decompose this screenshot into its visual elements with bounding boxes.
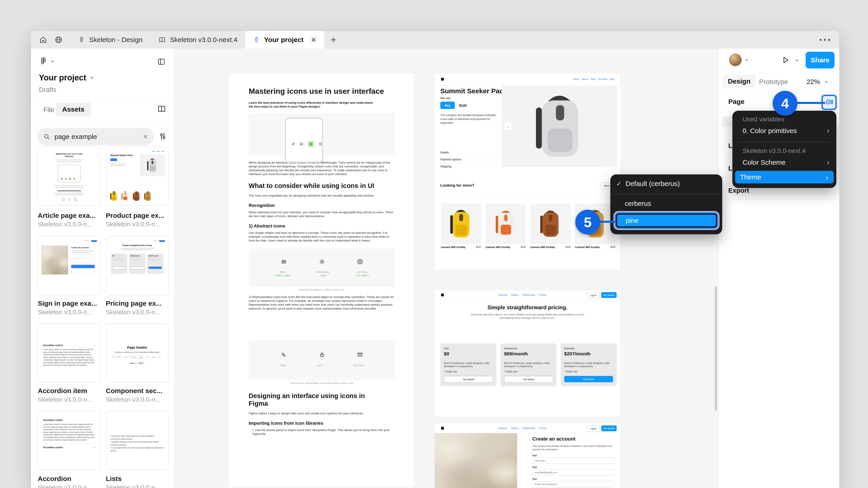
- community-globe-button[interactable]: [55, 36, 63, 44]
- nav-link[interactable]: Testimonials: [522, 427, 535, 429]
- frame-article-page[interactable]: Mastering icons use in user interface Le…: [229, 73, 414, 487]
- login-button[interactable]: Log in: [587, 425, 599, 432]
- asset-library: Skeleton v3.0.0-n...: [106, 221, 168, 228]
- plan-cta-button[interactable]: Get started: [564, 376, 613, 382]
- pricing-title: Simple straightforward pricing.: [435, 304, 620, 311]
- library-book-icon[interactable]: [157, 104, 166, 113]
- nav-link[interactable]: Account: [598, 78, 607, 80]
- tab-prototype[interactable]: Prototype: [759, 78, 788, 86]
- asset-thumbnail-accordion-item[interactable]: Accordion control – Lorem ipsum dolor, s…: [38, 323, 101, 383]
- get-started-button[interactable]: Get started: [601, 292, 617, 298]
- divider: [31, 124, 174, 124]
- tab-assets[interactable]: Assets: [55, 102, 91, 116]
- nav-link[interactable]: Testimonials: [522, 293, 535, 296]
- new-tab-button[interactable]: +: [331, 34, 336, 45]
- password-field[interactable]: [532, 481, 615, 487]
- asset-thumbnail-component-section[interactable]: Page header Provides a robust set of non…: [106, 323, 168, 383]
- asset-thumbnail-lists[interactable]: • Id maxime optio soluta placeat ea eaqu…: [106, 411, 168, 470]
- menu-item-color-scheme[interactable]: Color Scheme: [743, 159, 785, 166]
- window-more-button[interactable]: [819, 39, 830, 41]
- plan-card-extended: Extended $207/month Best for freelancers…: [561, 344, 617, 386]
- plan-tier: Free: [444, 347, 493, 350]
- account-menu[interactable]: [729, 54, 749, 66]
- article-paragraph: When designing an interface, icons shoul…: [249, 161, 395, 176]
- plan-cta-button[interactable]: Get started: [504, 376, 553, 383]
- chevron-right-icon: ›: [827, 159, 829, 165]
- canvas-scrollbar[interactable]: [715, 286, 717, 411]
- product-card-image[interactable]: [530, 203, 570, 244]
- submenu-item-cerberus[interactable]: cerberus: [625, 200, 651, 207]
- share-button[interactable]: Share: [806, 52, 835, 68]
- tab-skeleton-design[interactable]: Skeleton - Design: [70, 31, 150, 48]
- tab-file[interactable]: File: [43, 106, 54, 113]
- asset-thumbnail-product-page[interactable]: Summit Seeker Pack: [106, 147, 168, 205]
- buy-button[interactable]: Buy: [440, 102, 455, 109]
- menu-item-theme-label: Theme: [740, 173, 761, 181]
- submenu-item-pine[interactable]: pine: [617, 215, 716, 226]
- plan-cta-button[interactable]: Get started: [444, 376, 493, 383]
- nav-link[interactable]: Pricing: [539, 427, 546, 429]
- clear-search-icon[interactable]: ✕: [143, 133, 148, 140]
- name-field[interactable]: [532, 457, 615, 464]
- product-card-image[interactable]: [441, 203, 481, 244]
- menu-divider: [610, 194, 722, 195]
- search-input[interactable]: [54, 133, 132, 141]
- menu-item-color-primitives[interactable]: 0. Color primitives: [743, 127, 797, 135]
- asset-thumbnail-article-page[interactable]: Mastering icons use in user interface: [38, 147, 101, 205]
- pricing-subtitle: Choose the plan that's right for your br…: [466, 313, 588, 320]
- product-title: Summit Seeker Pack: [440, 87, 507, 95]
- tab-skeleton-v3[interactable]: Skeleton v3.0.0-next.4: [151, 31, 245, 48]
- more-heading: Looking for more?: [440, 183, 474, 188]
- close-tab-icon[interactable]: ✕: [311, 36, 316, 44]
- nav-link[interactable]: Features: [498, 427, 507, 429]
- asset-thumbnail-pricing-page[interactable]: Simple straightforward pricing. $0 $69/m…: [106, 236, 168, 295]
- frame-pricing-page[interactable]: Features Gallery Testimonials Pricing Lo…: [435, 290, 620, 417]
- plan-feature: • Single user: [564, 370, 613, 373]
- article-figure-representative-icons: PHONE LOCK MESSAGES: [249, 340, 395, 381]
- project-title-dropdown[interactable]: Your project: [39, 73, 95, 83]
- asset-name: Lists: [106, 475, 168, 483]
- nav-link[interactable]: Pricing: [539, 293, 546, 296]
- nav-link[interactable]: Gallery: [511, 427, 518, 429]
- zoom-menu[interactable]: 22%: [807, 78, 829, 86]
- filter-icon[interactable]: [158, 131, 168, 141]
- prev-image-button[interactable]: ←: [504, 123, 511, 130]
- product-card-meta: Carhartt WIP Kickflip$230: [441, 246, 481, 249]
- figma-logo-icon: [39, 57, 48, 66]
- asset-thumbnail-signin-page[interactable]: Create an account: [38, 236, 101, 295]
- tab-your-project[interactable]: Your project ✕: [245, 31, 324, 48]
- tab-label: Skeleton v3.0.0-next.4: [170, 36, 238, 43]
- figure-caption: Icons that are abstract in nature; Icons…: [249, 289, 395, 291]
- nav-link[interactable]: Blog: [591, 78, 596, 80]
- main-menu-button[interactable]: [39, 57, 55, 66]
- plan-price: $207/month: [564, 351, 613, 357]
- frame-product-page[interactable]: Shop About Blog Account Bag Summit Seeke…: [435, 73, 620, 270]
- present-play-button[interactable]: [781, 56, 790, 64]
- product-card-image[interactable]: [486, 203, 526, 244]
- frame-signup-page[interactable]: Features Gallery Testimonials Pricing Lo…: [435, 424, 620, 488]
- left-sidebar: Your project Drafts File Assets ✕ Master…: [31, 48, 174, 488]
- menu-item-theme[interactable]: Theme ›: [735, 171, 834, 184]
- nav-link[interactable]: Shop: [573, 78, 579, 80]
- tab-design[interactable]: Design: [722, 75, 756, 88]
- asset-thumbnail-accordion[interactable]: Accordion control – Lorem ipsum dolor, s…: [38, 411, 101, 470]
- nav-link[interactable]: About: [582, 78, 588, 80]
- get-started-button[interactable]: Get started: [601, 425, 617, 431]
- plan-card-commercial: Commercial $69/month Best for freelancer…: [500, 344, 557, 386]
- plan-feature: • Single user: [444, 370, 493, 373]
- nav-link[interactable]: Bag: [610, 78, 614, 80]
- product-card-meta: Carhartt WIP Kickflip$230: [530, 246, 570, 249]
- email-field[interactable]: [532, 469, 615, 476]
- design-canvas[interactable]: Mastering icons use in user interface Le…: [174, 48, 719, 488]
- nav-link[interactable]: Gallery: [511, 293, 518, 296]
- site-logo: [441, 78, 444, 80]
- collapse-panel-button[interactable]: [157, 57, 166, 66]
- nav-link[interactable]: Features: [498, 293, 507, 296]
- search-field[interactable]: ✕: [37, 128, 154, 145]
- present-options-chevron[interactable]: [794, 58, 800, 63]
- divider: [31, 100, 174, 100]
- site-logo: [441, 427, 444, 430]
- login-button[interactable]: Log in: [587, 292, 599, 298]
- home-button[interactable]: [39, 36, 47, 44]
- submenu-item-default[interactable]: ✓ Default (cerberus): [616, 180, 680, 188]
